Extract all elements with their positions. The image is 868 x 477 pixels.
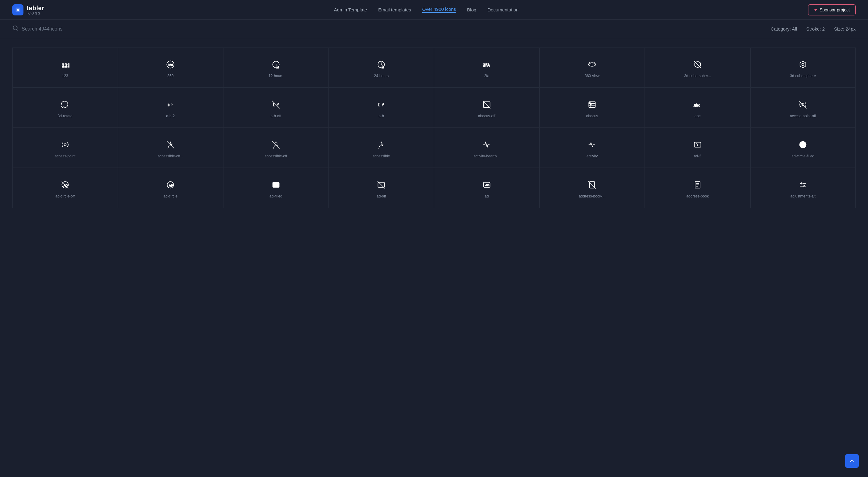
icon-card-ad-circle[interactable]: ADad-circle — [118, 168, 223, 208]
icon-card-360-view[interactable]: 360-view — [539, 47, 645, 88]
icon-card-12-hours[interactable]: 1212-hours — [223, 47, 329, 88]
icon-label-12-hours: 12-hours — [257, 74, 294, 78]
icon-label-abc: abc — [679, 114, 716, 118]
svg-point-22 — [170, 142, 171, 142]
icon-svg-a-b — [377, 100, 385, 109]
icon-card-ad-off[interactable]: ad-off — [329, 168, 434, 208]
svg-text:2FA: 2FA — [483, 63, 490, 67]
sponsor-label: Sponsor project — [819, 7, 850, 12]
icon-card-address-book-off[interactable]: address-book-... — [539, 168, 645, 208]
icon-card-a-b-off[interactable]: a-b-off — [223, 88, 329, 128]
icon-svg-ad-circle: AD — [166, 181, 175, 189]
icon-card-abacus[interactable]: abacus — [539, 88, 645, 128]
icon-svg-a-b-off — [272, 100, 280, 109]
svg-text:AD: AD — [802, 144, 806, 147]
icon-svg-accessible-off — [272, 140, 280, 149]
icon-card-3d-cube-sphere-off[interactable]: 3d-cube-spher... — [645, 47, 750, 88]
icon-svg-activity-heartbeat — [483, 140, 491, 149]
icons-grid: 1231233603601212-hours2424-hours2FA2fa36… — [0, 38, 868, 217]
icon-card-accessible-off-2[interactable]: accessible-off... — [118, 128, 223, 168]
icon-card-ad-circle-filled[interactable]: ADad-circle-filled — [750, 128, 856, 168]
nav-email-templates[interactable]: Email templates — [378, 7, 411, 12]
icon-card-123[interactable]: 123123 — [12, 47, 118, 88]
icon-card-3d-cube-sphere[interactable]: 3d-cube-sphere — [750, 47, 856, 88]
main-nav: Admin Template Email templates Over 4900… — [334, 6, 519, 13]
size-filter[interactable]: Size: 24px — [834, 26, 856, 31]
icon-label-360: 360 — [152, 74, 189, 78]
icon-card-2fa[interactable]: 2FA2fa — [434, 47, 539, 88]
filter-area: Category: All Stroke: 2 Size: 24px — [771, 26, 856, 31]
nav-blog[interactable]: Blog — [467, 7, 476, 12]
icon-label-access-point-off: access-point-off — [784, 114, 822, 118]
svg-text:AD: AD — [274, 184, 279, 187]
icon-card-ad[interactable]: ADad — [434, 168, 539, 208]
icon-label-ad-filled: ad-filled — [257, 194, 294, 198]
icon-label-accessible-off: accessible-off — [257, 154, 294, 158]
nav-icons[interactable]: Over 4900 icons — [422, 6, 456, 13]
icon-label-3d-cube-sphere-off: 3d-cube-spher... — [679, 74, 716, 78]
stroke-filter[interactable]: Stroke: 2 — [806, 26, 825, 31]
scroll-to-top-button[interactable] — [845, 454, 859, 468]
icon-card-adjustments-alt[interactable]: adjustments-alt — [750, 168, 856, 208]
icon-label-ad-circle: ad-circle — [152, 194, 189, 198]
icon-svg-a-b-2 — [166, 100, 175, 109]
icon-svg-2fa: 2FA — [483, 60, 491, 69]
logo-name: tabler — [27, 5, 44, 12]
icon-label-ad-off: ad-off — [363, 194, 400, 198]
svg-text:AD: AD — [169, 184, 173, 187]
svg-point-18 — [589, 102, 590, 103]
nav-admin-template[interactable]: Admin Template — [334, 7, 367, 12]
category-filter[interactable]: Category: All — [771, 26, 797, 31]
icon-svg-3d-cube-sphere — [799, 60, 807, 69]
icon-card-abacus-off[interactable]: abacus-off — [434, 88, 539, 128]
icon-label-a-b-2: a-b-2 — [152, 114, 189, 118]
icon-card-a-b-2[interactable]: a-b-2 — [118, 88, 223, 128]
sponsor-button[interactable]: ♥ Sponsor project — [808, 4, 856, 15]
icon-card-accessible[interactable]: accessible — [329, 128, 434, 168]
svg-line-1 — [17, 29, 18, 31]
icon-svg-3d-rotate — [61, 100, 69, 109]
icon-label-ad-2: ad-2 — [679, 154, 716, 158]
icon-card-address-book[interactable]: address-book — [645, 168, 750, 208]
icon-label-3d-rotate: 3d-rotate — [46, 114, 84, 118]
icon-card-a-b[interactable]: a-b — [329, 88, 434, 128]
icon-card-ad-filled[interactable]: ADad-filled — [223, 168, 329, 208]
icon-label-3d-cube-sphere: 3d-cube-sphere — [784, 74, 822, 78]
icon-card-accessible-off[interactable]: accessible-off — [223, 128, 329, 168]
logo-icon — [12, 4, 24, 15]
search-bar: Category: All Stroke: 2 Size: 24px — [0, 20, 868, 38]
icon-label-123: 123 — [46, 74, 84, 78]
svg-text:123: 123 — [61, 63, 69, 68]
icon-card-activity[interactable]: activity — [539, 128, 645, 168]
icon-svg-accessible-off-2 — [166, 140, 175, 149]
icon-svg-abc: Abc — [693, 100, 702, 109]
logo-text: tabler ICONS — [27, 5, 44, 15]
icon-card-access-point[interactable]: access-point — [12, 128, 118, 168]
icon-label-address-book-off: address-book-... — [574, 194, 611, 198]
svg-point-24 — [276, 142, 276, 142]
icon-card-24-hours[interactable]: 2424-hours — [329, 47, 434, 88]
icon-svg-abacus — [588, 100, 596, 109]
icon-svg-ad-2 — [693, 140, 702, 149]
svg-text:12: 12 — [276, 66, 279, 68]
svg-point-9 — [802, 64, 804, 66]
logo[interactable]: tabler ICONS — [12, 4, 44, 15]
icon-card-3d-rotate[interactable]: 3d-rotate — [12, 88, 118, 128]
icon-card-ad-2[interactable]: ad-2 — [645, 128, 750, 168]
icon-svg-address-book — [693, 181, 702, 189]
icon-label-2fa: 2fa — [468, 74, 505, 78]
icon-svg-access-point-off — [799, 100, 807, 109]
icon-svg-ad: AD — [483, 181, 491, 189]
icon-svg-abacus-off — [483, 100, 491, 109]
nav-documentation[interactable]: Documentation — [487, 7, 519, 12]
icon-svg-360-view — [588, 60, 596, 69]
icon-label-360-view: 360-view — [574, 74, 611, 78]
icon-card-access-point-off[interactable]: access-point-off — [750, 88, 856, 128]
icon-card-abc[interactable]: Abcabc — [645, 88, 750, 128]
search-input-wrap — [12, 25, 765, 33]
icon-card-ad-circle-off[interactable]: ADad-circle-off — [12, 168, 118, 208]
search-input[interactable] — [22, 26, 765, 32]
svg-text:360: 360 — [168, 63, 173, 67]
icon-card-activity-heartbeat[interactable]: activity-heartb... — [434, 128, 539, 168]
icon-card-360[interactable]: 360360 — [118, 47, 223, 88]
